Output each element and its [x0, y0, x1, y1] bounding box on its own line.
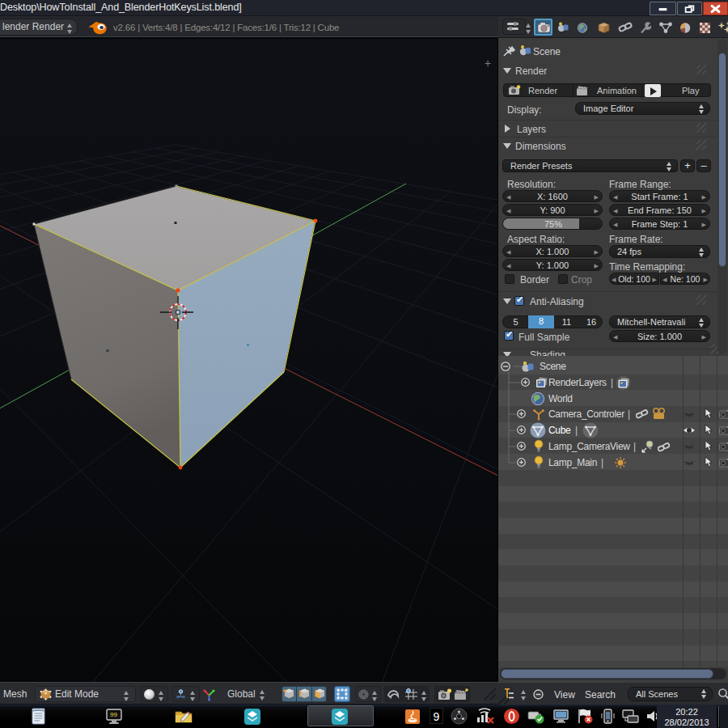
svg-text:99: 99 — [110, 711, 117, 718]
